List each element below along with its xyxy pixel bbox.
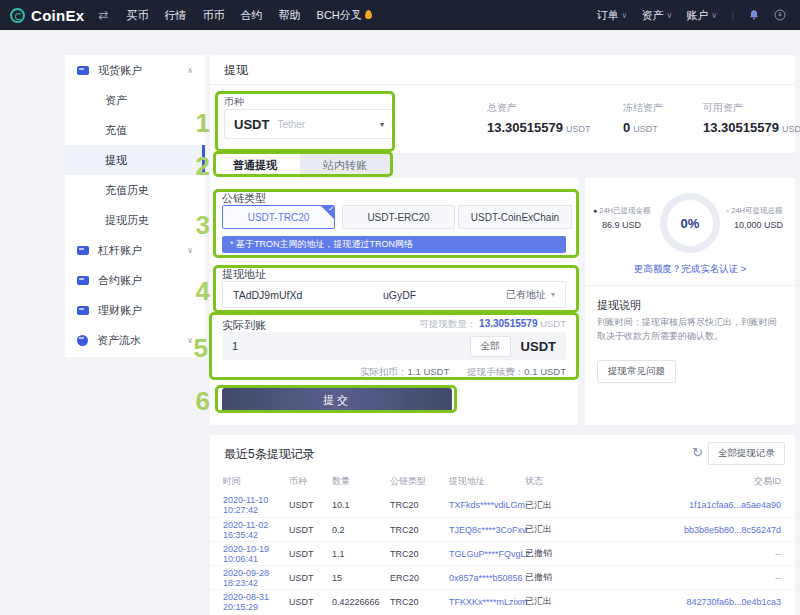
col-address: 提现地址 xyxy=(449,475,525,488)
nav-account-label: 账户 xyxy=(686,8,708,23)
sidebar-item-withdraw-history[interactable]: 提现历史 xyxy=(65,205,205,235)
withdraw-notes-body: 到账时间：提现审核后将尽快汇出，到账时间取决于收款方所需要的确认数。 xyxy=(597,316,783,344)
cell-address-link[interactable]: TGLGuP****FQvgL2 xyxy=(449,549,525,559)
cell-address-link[interactable]: TFKXKx****mLzixm xyxy=(449,597,525,607)
deduct-label: 实际扣币： xyxy=(360,366,408,377)
cell-txid-link[interactable]: 1f1a1cfaa6...a5ae4a90 xyxy=(585,500,781,510)
nav-item-help[interactable]: 帮助 xyxy=(279,8,301,23)
stat-available-value: 13.30515579 xyxy=(703,120,779,135)
sidebar-group-spot-account[interactable]: 现货账户 ∧ xyxy=(65,55,205,85)
cell-amount: 1.1 xyxy=(332,549,390,559)
table-row: 2020-11-02 16:35:42 USDT 0.2 TRC20 TJEQ8… xyxy=(210,517,795,541)
cell-coin: USDT xyxy=(289,525,332,535)
saved-address-dropdown[interactable]: 已有地址 ▾ xyxy=(506,288,555,302)
nav-item-spot[interactable]: 币币 xyxy=(203,8,225,23)
nav-item-markets[interactable]: 行情 xyxy=(165,8,187,23)
nav-item-bch-fork[interactable]: BCH分叉 xyxy=(317,8,372,23)
nav-assets-dropdown[interactable]: 资产 ∨ xyxy=(641,8,672,23)
stat-total-label: 总资产 xyxy=(487,101,590,115)
nav-item-bch-fork-label: BCH分叉 xyxy=(317,9,362,21)
sidebar-group-finance-account[interactable]: 理财账户 xyxy=(65,295,205,325)
chain-option-coinexchain[interactable]: USDT-CoinExChain xyxy=(458,205,572,229)
table-row: 2020-08-31 20:15:29 USDT 0.42226666 TRC2… xyxy=(210,589,795,613)
address-value-right: uGyDF xyxy=(383,289,416,301)
cell-txid: -- xyxy=(585,549,781,559)
withdraw-header-card: 提现 币种 USDT Tether ▾ 总资产 13.30515579USDT … xyxy=(210,55,795,153)
coinex-logo-icon xyxy=(10,8,25,23)
cell-coin: USDT xyxy=(289,573,332,583)
cell-amount: 10.1 xyxy=(332,500,390,510)
fee-info: 提现手续费：0.1 USDT xyxy=(467,366,566,379)
all-records-button[interactable]: 全部提现记录 xyxy=(708,442,785,465)
withdraw-address-input[interactable]: TAdDJ9mUfXd uGyDF 已有地址 ▾ xyxy=(222,281,566,308)
stat-total-unit: USDT xyxy=(566,124,591,134)
chain-option-erc20[interactable]: USDT-ERC20 xyxy=(342,205,455,229)
download-app-icon[interactable] xyxy=(774,9,786,21)
chevron-down-icon: ∨ xyxy=(622,11,628,20)
fee-value: 0.1 USDT xyxy=(524,366,566,377)
coinex-logo[interactable]: CoinEx xyxy=(0,7,98,24)
chain-notice-banner: * 基于TRON主网的地址，提现通过TRON网络 xyxy=(222,236,566,253)
cell-status: 已撤销 xyxy=(525,571,585,584)
cell-txid-link[interactable]: 842730fa6b...0e4b1ca3 xyxy=(585,597,781,607)
cell-time: 2020-10-19 10:06:41 xyxy=(223,544,289,564)
cell-coin: USDT xyxy=(289,597,332,607)
chain-option-coinexchain-label: USDT-CoinExChain xyxy=(471,212,559,223)
withdraw-notes-title: 提现说明 xyxy=(597,298,641,313)
stat-frozen-unit: USDT xyxy=(633,124,658,134)
sidebar-item-assets-label: 资产 xyxy=(105,93,127,108)
tab-internal-transfer[interactable]: 站内转账 xyxy=(300,153,390,178)
sidebar-group-asset-flow[interactable]: 资产流水 ∨ xyxy=(65,325,205,355)
withdrawn-value: 86.9 USD xyxy=(593,220,665,230)
col-amount: 数量 xyxy=(332,475,390,488)
cell-amount: 0.42226666 xyxy=(332,597,390,607)
exchange-icon[interactable]: ⇄ xyxy=(98,8,108,22)
stat-available-label: 可用资产 xyxy=(703,101,800,115)
sidebar-item-withdraw[interactable]: 提现 xyxy=(65,145,205,175)
submit-button[interactable]: 提交 xyxy=(222,388,452,412)
cell-txid: -- xyxy=(585,573,781,583)
cell-address-link[interactable]: TJEQ8c****3CoFxv xyxy=(449,525,525,535)
withdraw-tabs: 普通提现 站内转账 xyxy=(210,153,390,178)
available-amount-value: 13.30515579 xyxy=(479,318,537,329)
stat-available-unit: USDT xyxy=(782,124,800,134)
sidebar-group-margin-account[interactable]: 杠杆账户 ∨ xyxy=(65,235,205,265)
notification-bell-icon[interactable] xyxy=(748,9,760,21)
cell-amount: 0.2 xyxy=(332,525,390,535)
chevron-down-icon: ∨ xyxy=(187,336,193,345)
asset-flow-icon xyxy=(77,335,88,346)
limit-donut-chart: 0% xyxy=(660,193,720,253)
amount-unit: USDT xyxy=(521,339,556,354)
sidebar-item-deposit[interactable]: 充值 xyxy=(65,115,205,145)
nav-item-buy[interactable]: 买币 xyxy=(127,8,149,23)
table-header-row: 时间 币种 数量 公链类型 提现地址 状态 交易ID xyxy=(210,471,795,491)
nav-assets-label: 资产 xyxy=(641,8,663,23)
sidebar-item-assets[interactable]: 资产 xyxy=(65,85,205,115)
available-amount-label: 可提现数量： xyxy=(419,318,476,329)
col-time: 时间 xyxy=(223,475,289,488)
amount-all-button[interactable]: 全部 xyxy=(470,336,511,357)
cell-txid-link[interactable]: bb3b8e5b80...8c56247d xyxy=(585,525,781,535)
kyc-verification-link[interactable]: 更高额度？完成实名认证 > xyxy=(585,263,795,276)
cell-address-link[interactable]: 0x857a****b50856 xyxy=(449,573,525,583)
nav-account-dropdown[interactable]: 账户 ∨ xyxy=(686,8,717,23)
cell-chain: TRC20 xyxy=(390,597,449,607)
nav-item-futures[interactable]: 合约 xyxy=(241,8,263,23)
nav-orders-dropdown[interactable]: 订单 ∨ xyxy=(597,8,628,23)
sidebar-item-deposit-history[interactable]: 充值历史 xyxy=(65,175,205,205)
margin-account-icon xyxy=(77,246,89,255)
available-amount-row: 可提现数量： 13.30515579 USDT xyxy=(419,318,566,331)
withdraw-faq-button[interactable]: 提现常见问题 xyxy=(597,360,676,383)
chain-option-trc20[interactable]: USDT-TRC20 ✓ xyxy=(222,205,335,229)
nav-orders-label: 订单 xyxy=(597,8,619,23)
amount-input[interactable]: 1 全部 USDT xyxy=(222,332,566,360)
stat-total-value: 13.30515579 xyxy=(487,120,563,135)
limits-info-card: ●24H已提现金额 86.9 USD 0% ●24H可提现总额 10,000 U… xyxy=(585,178,795,425)
stat-frozen-value: 0 xyxy=(623,120,630,135)
tab-normal-withdraw[interactable]: 普通提现 xyxy=(210,153,300,178)
sidebar-group-contract-account[interactable]: 合约账户 xyxy=(65,265,205,295)
coin-select[interactable]: USDT Tether ▾ xyxy=(224,109,394,139)
refresh-icon[interactable]: ↻ xyxy=(692,445,703,460)
coinex-withdraw-page: CoinEx ⇄ 买币 行情 币币 合约 帮助 BCH分叉 订单 ∨ 资产 ∨ … xyxy=(0,0,800,615)
cell-address-link[interactable]: TXFkds****vdiLGm xyxy=(449,500,525,510)
